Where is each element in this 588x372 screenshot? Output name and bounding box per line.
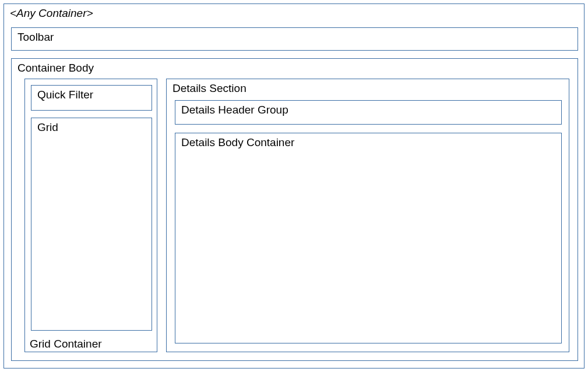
quick-filter-label: Quick Filter [31,86,152,105]
grid-container-label: Grid Container [30,338,102,350]
details-body-container-box: Details Body Container [175,133,562,343]
details-body-container-label: Details Body Container [175,133,561,153]
any-container-label: <Any Container> [4,4,584,23]
details-header-group-label: Details Header Group [175,101,561,120]
grid-label: Grid [31,118,152,137]
grid-container-box: Quick Filter Grid Grid Container [24,79,157,352]
details-header-group-box: Details Header Group [175,100,562,125]
details-section-label: Details Section [167,79,569,98]
any-container-box: <Any Container> Toolbar Container Body Q… [3,3,585,369]
container-body-box: Container Body Quick Filter Grid Grid Co… [11,58,578,361]
quick-filter-box: Quick Filter [31,85,152,111]
container-body-label: Container Body [12,59,578,78]
toolbar-box: Toolbar [11,27,578,51]
grid-box: Grid [31,118,152,331]
details-section-box: Details Section Details Header Group Det… [166,79,569,352]
toolbar-label: Toolbar [12,28,578,47]
